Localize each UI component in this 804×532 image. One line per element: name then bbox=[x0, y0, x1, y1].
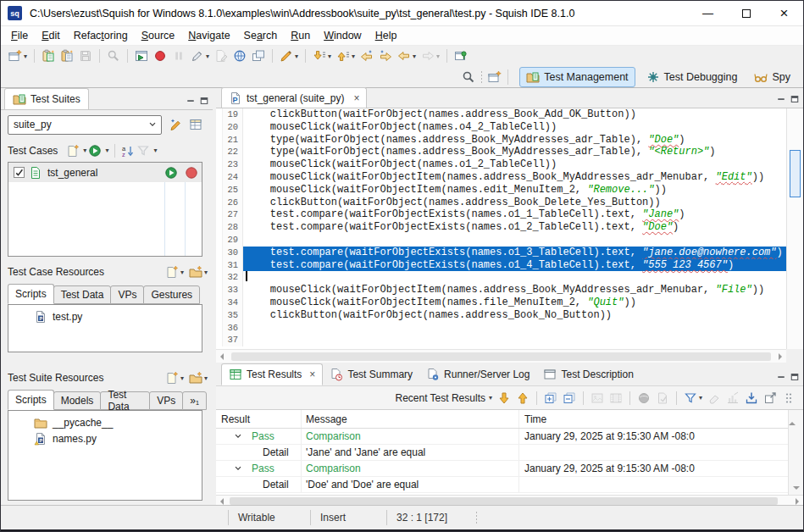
menu-file[interactable]: File bbox=[4, 27, 35, 44]
code-line-20[interactable]: 20 mouseClick(waitForObject(names.o4_2_T… bbox=[216, 121, 786, 134]
forward-history-dropdown[interactable]: ▾ bbox=[436, 53, 440, 60]
code-text[interactable]: test.compare(waitForObjectExists(names.o… bbox=[243, 221, 786, 234]
open-perspective-icon[interactable] bbox=[488, 70, 502, 84]
scroll-up-arrow[interactable] bbox=[789, 410, 796, 425]
new-file-icon[interactable] bbox=[165, 265, 179, 279]
column-result[interactable]: Result bbox=[216, 410, 302, 428]
expand-all-button[interactable] bbox=[542, 390, 559, 407]
code-text[interactable] bbox=[243, 334, 786, 346]
menu-source[interactable]: Source bbox=[135, 27, 182, 44]
sort-az-icon[interactable] bbox=[121, 144, 135, 158]
new-file-dropdown[interactable]: ▾ bbox=[180, 269, 184, 276]
recent-test-results-button[interactable]: Recent Test Results▾ bbox=[393, 391, 494, 406]
menu-window[interactable]: Window bbox=[317, 27, 368, 44]
maximize-button[interactable] bbox=[727, 1, 765, 25]
file-item-test-py[interactable]: test.py bbox=[8, 308, 202, 324]
result-cell[interactable]: Detail bbox=[216, 445, 302, 460]
jump-to-previous-button[interactable] bbox=[514, 390, 531, 407]
previous-annotation-button[interactable]: ▾ bbox=[335, 47, 357, 64]
editor-horizontal-scrollbar[interactable] bbox=[216, 349, 786, 363]
run-test-case-icon[interactable] bbox=[164, 166, 178, 180]
close-tab-icon[interactable]: × bbox=[353, 92, 359, 104]
time-cell[interactable]: January 29, 2025 at 9:15:30 AM -08:0 bbox=[519, 429, 788, 444]
import-results-button[interactable] bbox=[743, 390, 760, 407]
scroll-right-arrow[interactable] bbox=[779, 353, 782, 360]
scroll-left-arrow[interactable] bbox=[220, 353, 224, 360]
code-line-23[interactable]: 23 mouseClick(waitForObject(names.o1_2_T… bbox=[216, 158, 786, 171]
column-time[interactable]: Time bbox=[519, 410, 788, 428]
result-row[interactable]: Detail'Doe' and 'Doe' are equal bbox=[216, 477, 788, 493]
code-text[interactable]: test.compare(waitForObjectExists(names.o… bbox=[243, 247, 786, 259]
folder-item-pycache[interactable]: __pycache__ bbox=[8, 414, 202, 430]
tab-test-suites[interactable]: Test Suites bbox=[4, 88, 89, 109]
code-line-31[interactable]: 31 test.compare(waitForObjectExists(name… bbox=[216, 259, 786, 272]
suite-config-table-icon[interactable] bbox=[189, 118, 202, 131]
code-line-26[interactable]: 26 clickButton(waitForObject(names.addre… bbox=[216, 197, 786, 209]
file-item-names-py[interactable]: names.py bbox=[8, 430, 202, 446]
perspective-spy[interactable]: Spy bbox=[748, 68, 796, 86]
new-file-dropdown[interactable]: ▾ bbox=[180, 374, 184, 382]
last-edit-location-button[interactable] bbox=[358, 47, 375, 64]
test-case-row[interactable]: tst_general bbox=[8, 163, 202, 182]
launch-aut-button[interactable] bbox=[133, 47, 150, 64]
filter-button[interactable]: ▾ bbox=[682, 390, 704, 407]
scroll-right-arrow[interactable] bbox=[796, 498, 799, 505]
highlighter-dropdown[interactable]: ▾ bbox=[295, 53, 298, 60]
scrollbar-thumb[interactable] bbox=[790, 150, 801, 197]
new-file-icon[interactable] bbox=[165, 371, 179, 385]
code-line-29[interactable]: 29 bbox=[216, 234, 786, 247]
code-text[interactable]: mouseClick(waitForObjectItem(names.edit_… bbox=[243, 184, 786, 197]
code-line-22[interactable]: 22 type(waitForObject(names.address_Book… bbox=[216, 146, 786, 158]
menu-search[interactable]: Search bbox=[237, 27, 285, 44]
manage-windows-button[interactable] bbox=[250, 47, 267, 64]
perspective-test-management[interactable]: Test Management bbox=[519, 67, 635, 87]
code-line-35[interactable]: 35 clickButton(waitForObject(names.addre… bbox=[216, 309, 786, 322]
code-editor[interactable]: 19 clickButton(waitForObject(names.addre… bbox=[216, 108, 786, 349]
tab-scripts[interactable]: Scripts bbox=[8, 284, 54, 304]
code-line-27[interactable]: 27 test.compare(waitForObjectExists(name… bbox=[216, 208, 786, 221]
result-row[interactable]: Detail'Jane' and 'Jane' are equal bbox=[216, 445, 788, 461]
open-test-suite-button[interactable] bbox=[40, 47, 57, 64]
stop-test-case-icon[interactable] bbox=[185, 166, 198, 180]
code-text[interactable] bbox=[243, 234, 786, 247]
new-test-suite-dropdown[interactable]: ▾ bbox=[24, 53, 27, 60]
new-test-case-icon[interactable] bbox=[66, 144, 80, 158]
result-cell[interactable]: Pass bbox=[216, 461, 302, 476]
scroll-left-arrow[interactable] bbox=[220, 498, 224, 505]
message-cell[interactable]: Comparison bbox=[302, 461, 519, 476]
tab-test-data[interactable]: Test Data bbox=[53, 285, 112, 304]
code-line-28[interactable]: 28 test.compare(waitForObjectExists(name… bbox=[216, 221, 786, 234]
tab-runner-server-log[interactable]: Runner/Server Log bbox=[419, 363, 536, 385]
maximize-view-icon[interactable] bbox=[790, 94, 800, 104]
object-picker-button[interactable]: ▾ bbox=[189, 47, 211, 64]
column-message[interactable]: Message bbox=[302, 410, 519, 428]
code-text[interactable]: type(waitForObject(names.address_Book_My… bbox=[243, 146, 786, 158]
back-history-button[interactable]: ▾ bbox=[396, 47, 418, 64]
run-dropdown[interactable]: ▾ bbox=[105, 147, 108, 154]
close-tab-icon[interactable]: × bbox=[309, 369, 315, 380]
code-line-24[interactable]: 24 mouseClick(waitForObjectItem(names.ad… bbox=[216, 171, 786, 184]
tab-test-summary[interactable]: Test Summary bbox=[323, 363, 419, 385]
code-text[interactable]: clickButton(waitForObject(names.address_… bbox=[243, 197, 786, 209]
next-annotation-dropdown[interactable]: ▾ bbox=[328, 53, 331, 60]
maximize-view-icon[interactable] bbox=[199, 96, 209, 106]
suite-select[interactable]: suite_py bbox=[8, 115, 162, 135]
close-button[interactable]: × bbox=[765, 1, 803, 25]
pin-editor-button[interactable] bbox=[452, 47, 469, 64]
search-icon[interactable] bbox=[462, 70, 475, 84]
new-folder-dropdown[interactable]: ▾ bbox=[204, 269, 208, 276]
code-text[interactable]: mouseClick(waitForObjectItem(names.addre… bbox=[243, 284, 786, 296]
code-text[interactable]: clickButton(waitForObject(names.address_… bbox=[243, 309, 786, 322]
expander-chevron-icon[interactable] bbox=[233, 463, 243, 474]
next-edit-location-button[interactable] bbox=[377, 47, 394, 64]
minimize-button[interactable]: — bbox=[689, 1, 727, 25]
suite-settings-icon[interactable] bbox=[169, 118, 182, 131]
test-case-checkbox[interactable] bbox=[14, 167, 25, 178]
next-annotation-button[interactable]: ▾ bbox=[311, 47, 333, 64]
code-line-37[interactable]: 37 bbox=[216, 334, 786, 346]
code-text[interactable]: mouseClick(waitForObjectItem(names.file_… bbox=[243, 296, 786, 309]
back-history-dropdown[interactable]: ▾ bbox=[413, 53, 416, 60]
result-row[interactable]: PassComparisonJanuary 29, 2025 at 9:15:3… bbox=[216, 429, 788, 445]
results-vertical-scrollbar[interactable] bbox=[788, 410, 803, 495]
scroll-down-arrow[interactable] bbox=[793, 486, 800, 490]
